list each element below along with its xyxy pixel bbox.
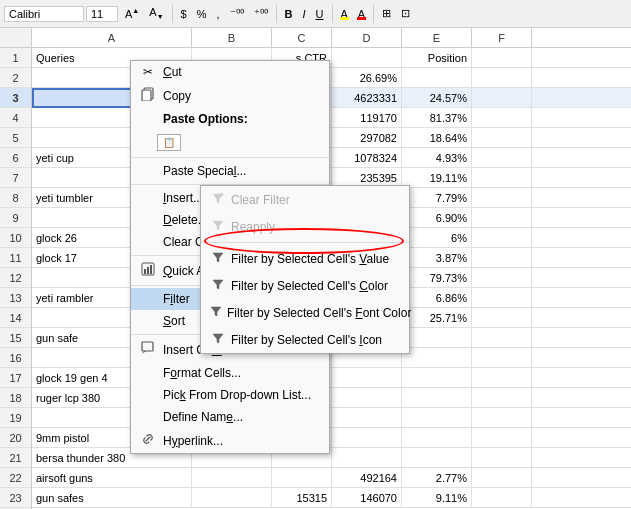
cell-9-F[interactable]	[472, 208, 532, 228]
col-header-C[interactable]: C	[272, 28, 332, 47]
row-num-3[interactable]: 3	[0, 88, 31, 108]
cell-17-D[interactable]	[332, 368, 402, 388]
cell-4-F[interactable]	[472, 108, 532, 128]
cell-14-F[interactable]	[472, 308, 532, 328]
cell-23-E[interactable]: 9.11%	[402, 488, 472, 508]
cell-16-E[interactable]	[402, 348, 472, 368]
cell-10-F[interactable]	[472, 228, 532, 248]
row-num-21[interactable]: 21	[0, 448, 31, 468]
cell-3-D[interactable]: 4623331	[332, 88, 402, 108]
row-num-17[interactable]: 17	[0, 368, 31, 388]
menu-item-paste-special[interactable]: Paste Special...	[131, 160, 329, 182]
increase-decimal-button[interactable]: ⁺⁰⁰	[250, 5, 272, 22]
cell-20-D[interactable]	[332, 428, 402, 448]
cell-12-E[interactable]: 79.73%	[402, 268, 472, 288]
cell-19-D[interactable]	[332, 408, 402, 428]
cell-19-F[interactable]	[472, 408, 532, 428]
cell-23-F[interactable]	[472, 488, 532, 508]
cell-16-F[interactable]	[472, 348, 532, 368]
menu-item-copy[interactable]: Copy	[131, 83, 329, 108]
row-num-7[interactable]: 7	[0, 168, 31, 188]
cell-22-F[interactable]	[472, 468, 532, 488]
dollar-button[interactable]: $	[177, 6, 191, 22]
cell-13-E[interactable]: 6.86%	[402, 288, 472, 308]
row-num-5[interactable]: 5	[0, 128, 31, 148]
cell-1-D[interactable]	[332, 48, 402, 68]
italic-button[interactable]: I	[298, 6, 309, 22]
font-color-button[interactable]: A	[354, 6, 369, 22]
cell-18-D[interactable]	[332, 388, 402, 408]
submenu-item-filter-by-value[interactable]: Filter by Selected Cell's Value	[201, 245, 409, 272]
cell-12-F[interactable]	[472, 268, 532, 288]
cell-3-E[interactable]: 24.57%	[402, 88, 472, 108]
row-num-18[interactable]: 18	[0, 388, 31, 408]
row-num-6[interactable]: 6	[0, 148, 31, 168]
cell-18-E[interactable]	[402, 388, 472, 408]
row-num-15[interactable]: 15	[0, 328, 31, 348]
menu-item-paste-icons[interactable]: 📋	[131, 130, 329, 155]
row-num-10[interactable]: 10	[0, 228, 31, 248]
row-num-4[interactable]: 4	[0, 108, 31, 128]
col-header-E[interactable]: E	[402, 28, 472, 47]
decrease-decimal-button[interactable]: ⁻⁰⁰	[226, 5, 248, 22]
cell-20-E[interactable]	[402, 428, 472, 448]
cell-4-E[interactable]: 81.37%	[402, 108, 472, 128]
row-num-9[interactable]: 9	[0, 208, 31, 228]
cell-5-E[interactable]: 18.64%	[402, 128, 472, 148]
col-header-A[interactable]: A	[32, 28, 192, 47]
font-name-input[interactable]	[4, 6, 84, 22]
cell-22-E[interactable]: 2.77%	[402, 468, 472, 488]
cell-21-E[interactable]	[402, 448, 472, 468]
merge-button[interactable]: ⊡	[397, 5, 414, 22]
row-num-8[interactable]: 8	[0, 188, 31, 208]
cell-22-D[interactable]: 492164	[332, 468, 402, 488]
menu-item-format-cells[interactable]: Format Cells...	[131, 362, 329, 384]
comma-button[interactable]: ,	[212, 6, 223, 22]
cell-21-F[interactable]	[472, 448, 532, 468]
percent-button[interactable]: %	[193, 6, 211, 22]
cell-3-F[interactable]	[472, 88, 532, 108]
cell-2-D[interactable]: 26.69%	[332, 68, 402, 88]
row-num-19[interactable]: 19	[0, 408, 31, 428]
cell-6-F[interactable]	[472, 148, 532, 168]
row-num-16[interactable]: 16	[0, 348, 31, 368]
cell-10-E[interactable]: 6%	[402, 228, 472, 248]
font-size-up-button[interactable]: A▲	[121, 5, 143, 22]
row-num-1[interactable]: 1	[0, 48, 31, 68]
cell-17-E[interactable]	[402, 368, 472, 388]
row-num-20[interactable]: 20	[0, 428, 31, 448]
cell-8-E[interactable]: 7.79%	[402, 188, 472, 208]
row-num-12[interactable]: 12	[0, 268, 31, 288]
paste-icon-1[interactable]: 📋	[157, 134, 181, 151]
row-num-11[interactable]: 11	[0, 248, 31, 268]
highlight-button[interactable]: A	[337, 6, 352, 22]
submenu-item-filter-by-icon[interactable]: Filter by Selected Cell's Icon	[201, 326, 409, 353]
menu-item-define-name[interactable]: Define Name...	[131, 406, 329, 428]
cell-2-F[interactable]	[472, 68, 532, 88]
cell-22-B[interactable]	[192, 468, 272, 488]
cell-21-D[interactable]	[332, 448, 402, 468]
font-size-down-button[interactable]: A▼	[145, 4, 167, 22]
underline-button[interactable]: U	[312, 6, 328, 22]
row-num-2[interactable]: 2	[0, 68, 31, 88]
cell-14-E[interactable]: 25.71%	[402, 308, 472, 328]
cell-23-B[interactable]	[192, 488, 272, 508]
menu-item-cut[interactable]: ✂ Cut	[131, 61, 329, 83]
submenu-item-filter-by-color[interactable]: Filter by Selected Cell's Color	[201, 272, 409, 299]
cell-5-D[interactable]: 297082	[332, 128, 402, 148]
cell-15-E[interactable]	[402, 328, 472, 348]
cell-1-F[interactable]	[472, 48, 532, 68]
cell-23-D[interactable]: 146070	[332, 488, 402, 508]
row-num-23[interactable]: 23	[0, 488, 31, 508]
cell-19-E[interactable]	[402, 408, 472, 428]
menu-item-pick-dropdown[interactable]: Pick From Drop-down List...	[131, 384, 329, 406]
col-header-D[interactable]: D	[332, 28, 402, 47]
cell-9-E[interactable]: 6.90%	[402, 208, 472, 228]
cell-22-C[interactable]	[272, 468, 332, 488]
cell-22-A[interactable]: airsoft guns	[32, 468, 192, 488]
submenu-item-clear-filter[interactable]: Clear Filter	[201, 186, 409, 213]
menu-item-hyperlink[interactable]: Hyperlink...	[131, 428, 329, 453]
row-num-22[interactable]: 22	[0, 468, 31, 488]
cell-11-E[interactable]: 3.87%	[402, 248, 472, 268]
cell-18-F[interactable]	[472, 388, 532, 408]
